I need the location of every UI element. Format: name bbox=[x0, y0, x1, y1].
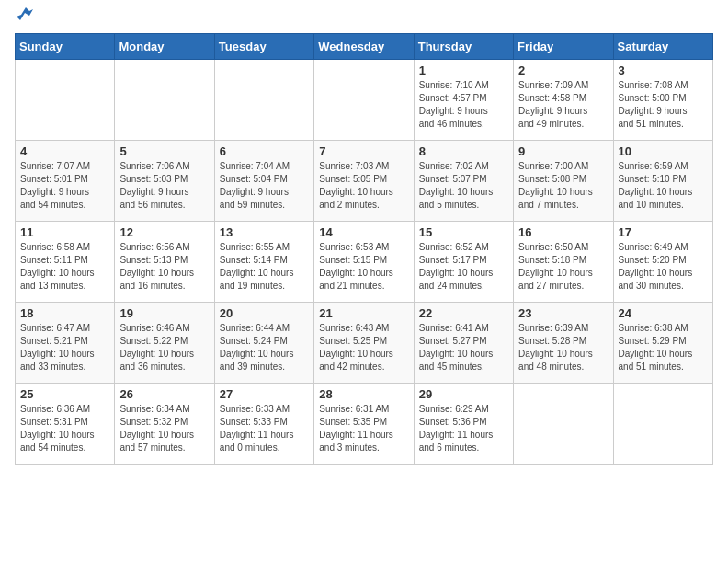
day-number: 24 bbox=[619, 306, 708, 320]
day-content: Sunrise: 6:46 AMSunset: 5:22 PMDaylight:… bbox=[119, 322, 209, 373]
calendar-header-wednesday: Wednesday bbox=[314, 34, 414, 60]
day-number: 17 bbox=[619, 225, 708, 239]
svg-marker-0 bbox=[17, 7, 33, 20]
day-number: 22 bbox=[419, 306, 508, 320]
calendar-cell bbox=[613, 384, 712, 465]
calendar-cell: 27Sunrise: 6:33 AMSunset: 5:33 PMDayligh… bbox=[214, 384, 313, 465]
day-content: Sunrise: 6:34 AMSunset: 5:32 PMDaylight:… bbox=[119, 403, 209, 454]
calendar-cell: 15Sunrise: 6:52 AMSunset: 5:17 PMDayligh… bbox=[414, 222, 513, 303]
day-content: Sunrise: 6:56 AMSunset: 5:13 PMDaylight:… bbox=[119, 241, 209, 293]
calendar-header-monday: Monday bbox=[115, 34, 214, 60]
day-content: Sunrise: 6:50 AMSunset: 5:18 PMDaylight:… bbox=[518, 241, 608, 293]
calendar-cell bbox=[514, 384, 613, 465]
day-number: 5 bbox=[119, 144, 209, 158]
day-number: 23 bbox=[518, 306, 608, 320]
calendar-cell bbox=[314, 60, 414, 141]
day-number: 28 bbox=[319, 387, 408, 401]
calendar-header-saturday: Saturday bbox=[613, 34, 712, 60]
day-number: 11 bbox=[20, 225, 109, 239]
day-content: Sunrise: 6:47 AMSunset: 5:21 PMDaylight:… bbox=[20, 322, 109, 373]
calendar-cell: 26Sunrise: 6:34 AMSunset: 5:32 PMDayligh… bbox=[115, 384, 214, 465]
calendar-cell: 10Sunrise: 6:59 AMSunset: 5:10 PMDayligh… bbox=[613, 141, 712, 222]
calendar-cell: 11Sunrise: 6:58 AMSunset: 5:11 PMDayligh… bbox=[16, 222, 115, 303]
calendar-header-friday: Friday bbox=[514, 34, 613, 60]
calendar-cell: 23Sunrise: 6:39 AMSunset: 5:28 PMDayligh… bbox=[514, 303, 613, 384]
calendar-cell: 19Sunrise: 6:46 AMSunset: 5:22 PMDayligh… bbox=[115, 303, 214, 384]
day-number: 2 bbox=[518, 63, 608, 77]
calendar-header-thursday: Thursday bbox=[414, 34, 513, 60]
day-content: Sunrise: 7:04 AMSunset: 5:04 PMDaylight:… bbox=[220, 160, 309, 212]
calendar-cell bbox=[115, 60, 214, 141]
calendar-cell: 8Sunrise: 7:02 AMSunset: 5:07 PMDaylight… bbox=[414, 141, 513, 222]
day-content: Sunrise: 6:33 AMSunset: 5:33 PMDaylight:… bbox=[220, 403, 309, 454]
day-number: 6 bbox=[220, 144, 309, 158]
calendar-cell: 7Sunrise: 7:03 AMSunset: 5:05 PMDaylight… bbox=[314, 141, 414, 222]
calendar-week-row-3: 11Sunrise: 6:58 AMSunset: 5:11 PMDayligh… bbox=[16, 222, 713, 303]
calendar-cell: 17Sunrise: 6:49 AMSunset: 5:20 PMDayligh… bbox=[613, 222, 712, 303]
page-header bbox=[15, 15, 713, 24]
day-content: Sunrise: 6:43 AMSunset: 5:25 PMDaylight:… bbox=[319, 322, 408, 373]
day-number: 15 bbox=[419, 225, 508, 239]
day-content: Sunrise: 6:31 AMSunset: 5:35 PMDaylight:… bbox=[319, 403, 408, 454]
calendar-week-row-1: 1Sunrise: 7:10 AMSunset: 4:57 PMDaylight… bbox=[16, 60, 713, 141]
day-number: 4 bbox=[20, 144, 109, 158]
day-content: Sunrise: 6:39 AMSunset: 5:28 PMDaylight:… bbox=[518, 322, 608, 373]
day-number: 29 bbox=[419, 387, 508, 401]
day-content: Sunrise: 7:06 AMSunset: 5:03 PMDaylight:… bbox=[119, 160, 209, 212]
calendar-header-tuesday: Tuesday bbox=[214, 34, 313, 60]
calendar-cell: 6Sunrise: 7:04 AMSunset: 5:04 PMDaylight… bbox=[214, 141, 313, 222]
day-number: 12 bbox=[119, 225, 209, 239]
day-number: 13 bbox=[220, 225, 309, 239]
calendar-cell: 2Sunrise: 7:09 AMSunset: 4:58 PMDaylight… bbox=[514, 60, 613, 141]
logo bbox=[15, 15, 33, 24]
calendar-header-row: SundayMondayTuesdayWednesdayThursdayFrid… bbox=[16, 34, 713, 60]
calendar-cell: 22Sunrise: 6:41 AMSunset: 5:27 PMDayligh… bbox=[414, 303, 513, 384]
calendar-cell: 9Sunrise: 7:00 AMSunset: 5:08 PMDaylight… bbox=[514, 141, 613, 222]
day-content: Sunrise: 6:55 AMSunset: 5:14 PMDaylight:… bbox=[220, 241, 309, 293]
day-number: 18 bbox=[20, 306, 109, 320]
calendar-week-row-4: 18Sunrise: 6:47 AMSunset: 5:21 PMDayligh… bbox=[16, 303, 713, 384]
day-content: Sunrise: 6:38 AMSunset: 5:29 PMDaylight:… bbox=[619, 322, 708, 373]
calendar-cell: 28Sunrise: 6:31 AMSunset: 5:35 PMDayligh… bbox=[314, 384, 414, 465]
day-number: 21 bbox=[319, 306, 408, 320]
day-number: 14 bbox=[319, 225, 408, 239]
day-content: Sunrise: 7:00 AMSunset: 5:08 PMDaylight:… bbox=[518, 160, 608, 212]
calendar-cell: 3Sunrise: 7:08 AMSunset: 5:00 PMDaylight… bbox=[613, 60, 712, 141]
logo-bird-icon bbox=[17, 7, 33, 24]
day-content: Sunrise: 6:36 AMSunset: 5:31 PMDaylight:… bbox=[20, 403, 109, 454]
calendar-cell: 5Sunrise: 7:06 AMSunset: 5:03 PMDaylight… bbox=[115, 141, 214, 222]
day-content: Sunrise: 6:41 AMSunset: 5:27 PMDaylight:… bbox=[419, 322, 508, 373]
day-content: Sunrise: 7:10 AMSunset: 4:57 PMDaylight:… bbox=[419, 79, 508, 131]
day-content: Sunrise: 7:09 AMSunset: 4:58 PMDaylight:… bbox=[518, 79, 608, 131]
calendar-cell: 29Sunrise: 6:29 AMSunset: 5:36 PMDayligh… bbox=[414, 384, 513, 465]
day-number: 19 bbox=[119, 306, 209, 320]
day-content: Sunrise: 6:49 AMSunset: 5:20 PMDaylight:… bbox=[619, 241, 708, 293]
calendar-cell: 16Sunrise: 6:50 AMSunset: 5:18 PMDayligh… bbox=[514, 222, 613, 303]
day-number: 26 bbox=[119, 387, 209, 401]
calendar-cell: 18Sunrise: 6:47 AMSunset: 5:21 PMDayligh… bbox=[16, 303, 115, 384]
day-content: Sunrise: 6:44 AMSunset: 5:24 PMDaylight:… bbox=[220, 322, 309, 373]
calendar-cell: 13Sunrise: 6:55 AMSunset: 5:14 PMDayligh… bbox=[214, 222, 313, 303]
calendar-cell: 14Sunrise: 6:53 AMSunset: 5:15 PMDayligh… bbox=[314, 222, 414, 303]
day-number: 16 bbox=[518, 225, 608, 239]
day-number: 8 bbox=[419, 144, 508, 158]
calendar-cell: 24Sunrise: 6:38 AMSunset: 5:29 PMDayligh… bbox=[613, 303, 712, 384]
day-content: Sunrise: 7:02 AMSunset: 5:07 PMDaylight:… bbox=[419, 160, 508, 212]
day-content: Sunrise: 6:59 AMSunset: 5:10 PMDaylight:… bbox=[619, 160, 708, 212]
day-content: Sunrise: 6:52 AMSunset: 5:17 PMDaylight:… bbox=[419, 241, 508, 293]
calendar-header-sunday: Sunday bbox=[16, 34, 115, 60]
day-content: Sunrise: 7:08 AMSunset: 5:00 PMDaylight:… bbox=[619, 79, 708, 131]
calendar-cell: 21Sunrise: 6:43 AMSunset: 5:25 PMDayligh… bbox=[314, 303, 414, 384]
day-number: 1 bbox=[419, 63, 508, 77]
calendar-cell: 4Sunrise: 7:07 AMSunset: 5:01 PMDaylight… bbox=[16, 141, 115, 222]
calendar-cell bbox=[214, 60, 313, 141]
day-number: 7 bbox=[319, 144, 408, 158]
day-number: 27 bbox=[220, 387, 309, 401]
calendar-week-row-2: 4Sunrise: 7:07 AMSunset: 5:01 PMDaylight… bbox=[16, 141, 713, 222]
day-number: 20 bbox=[220, 306, 309, 320]
day-number: 9 bbox=[518, 144, 608, 158]
calendar-table: SundayMondayTuesdayWednesdayThursdayFrid… bbox=[15, 33, 713, 465]
day-content: Sunrise: 7:03 AMSunset: 5:05 PMDaylight:… bbox=[319, 160, 408, 212]
day-content: Sunrise: 6:58 AMSunset: 5:11 PMDaylight:… bbox=[20, 241, 109, 293]
day-content: Sunrise: 6:53 AMSunset: 5:15 PMDaylight:… bbox=[319, 241, 408, 293]
